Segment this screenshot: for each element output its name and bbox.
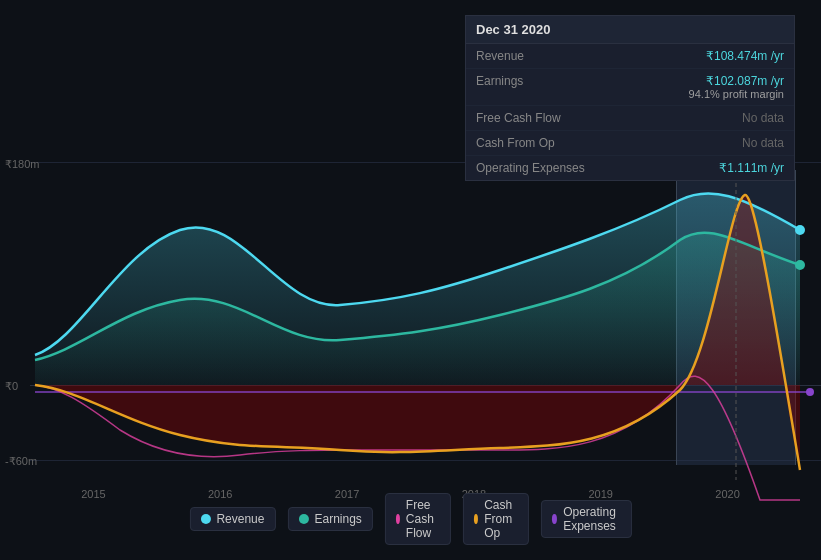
svg-point-2 <box>795 225 805 235</box>
tooltip-label-revenue: Revenue <box>476 49 596 63</box>
chart-container: ₹180m ₹0 -₹60m 2015 2016 2017 2018 2019 … <box>0 0 821 560</box>
tooltip-label-freecash: Free Cash Flow <box>476 111 596 125</box>
legend-dot-freecash <box>396 514 400 524</box>
legend-item-opex[interactable]: Operating Expenses <box>541 500 632 538</box>
svg-point-1 <box>806 388 814 396</box>
tooltip-row-opex: Operating Expenses ₹1.111m /yr <box>466 156 794 180</box>
y-label-zero: ₹0 <box>5 380 18 393</box>
legend-dot-opex <box>552 514 557 524</box>
tooltip-row-earnings: Earnings ₹102.087m /yr 94.1% profit marg… <box>466 69 794 106</box>
tooltip-row-revenue: Revenue ₹108.474m /yr <box>466 44 794 69</box>
tooltip-box: Dec 31 2020 Revenue ₹108.474m /yr Earnin… <box>465 15 795 181</box>
legend-item-freecash[interactable]: Free Cash Flow <box>385 493 451 545</box>
tooltip-label-opex: Operating Expenses <box>476 161 596 175</box>
legend-label-cashfromop: Cash From Op <box>484 498 518 540</box>
tooltip-value-cashfromop: No data <box>742 136 784 150</box>
y-label-neg60: -₹60m <box>5 455 37 468</box>
legend: Revenue Earnings Free Cash Flow Cash Fro… <box>189 493 631 545</box>
profit-margin: 94.1% profit margin <box>689 88 784 100</box>
tooltip-header: Dec 31 2020 <box>466 16 794 44</box>
legend-label-freecash: Free Cash Flow <box>406 498 440 540</box>
legend-dot-earnings <box>298 514 308 524</box>
legend-label-opex: Operating Expenses <box>563 505 620 533</box>
legend-dot-cashfromop <box>474 514 478 524</box>
legend-label-earnings: Earnings <box>314 512 361 526</box>
tooltip-value-earnings: ₹102.087m /yr 94.1% profit margin <box>689 74 784 100</box>
x-label-2015: 2015 <box>81 488 105 500</box>
legend-item-earnings[interactable]: Earnings <box>287 507 372 531</box>
legend-item-revenue[interactable]: Revenue <box>189 507 275 531</box>
tooltip-row-cashfromop: Cash From Op No data <box>466 131 794 156</box>
legend-item-cashfromop[interactable]: Cash From Op <box>463 493 529 545</box>
legend-label-revenue: Revenue <box>216 512 264 526</box>
svg-point-3 <box>795 260 805 270</box>
legend-dot-revenue <box>200 514 210 524</box>
x-label-2020: 2020 <box>715 488 739 500</box>
tooltip-value-opex: ₹1.111m /yr <box>719 161 784 175</box>
tooltip-value-freecash: No data <box>742 111 784 125</box>
y-label-180: ₹180m <box>5 158 40 171</box>
tooltip-row-freecash: Free Cash Flow No data <box>466 106 794 131</box>
tooltip-label-earnings: Earnings <box>476 74 596 88</box>
tooltip-label-cashfromop: Cash From Op <box>476 136 596 150</box>
tooltip-value-revenue: ₹108.474m /yr <box>706 49 784 63</box>
